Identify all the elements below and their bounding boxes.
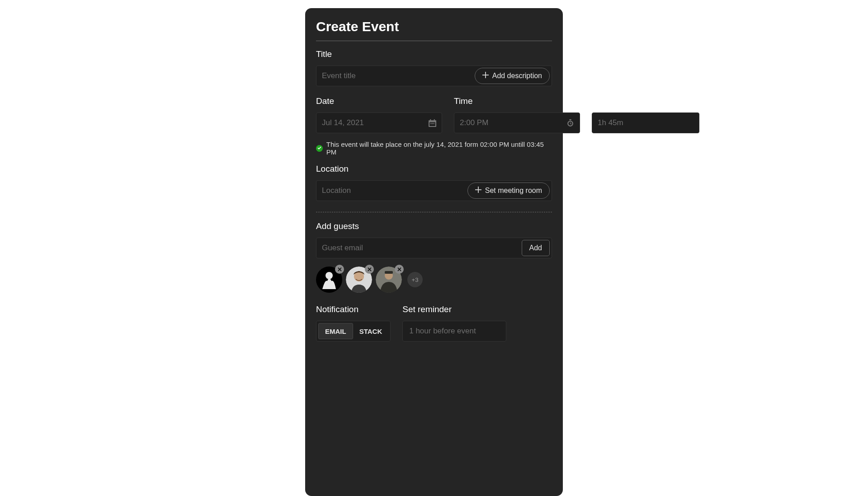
schedule-info: This event will take place on the july 1…	[316, 140, 552, 156]
reminder-select[interactable]: 1 hour before event	[402, 321, 506, 342]
guests-input-group: Add	[316, 238, 552, 258]
guest-avatar: ✕	[316, 267, 342, 293]
more-guests-badge[interactable]: +3	[407, 272, 423, 287]
svg-rect-6	[385, 271, 393, 274]
divider	[316, 41, 552, 41]
set-meeting-room-label: Set meeting room	[485, 187, 542, 195]
schedule-info-text: This event will take place on the july 1…	[326, 140, 552, 156]
guests-label: Add guests	[316, 221, 552, 231]
title-input-group: Add description	[316, 66, 552, 86]
location-input[interactable]	[316, 181, 466, 201]
reminder-label: Set reminder	[402, 304, 506, 314]
more-guests-count: +3	[412, 276, 419, 283]
date-input-group	[316, 112, 442, 133]
duration-input[interactable]	[592, 113, 699, 133]
title-label: Title	[316, 49, 552, 59]
notification-stack-option[interactable]: STACK	[353, 323, 389, 339]
guest-avatar: ✕	[346, 267, 372, 293]
divider-dashed	[316, 212, 552, 212]
set-meeting-room-button[interactable]: Set meeting room	[467, 182, 550, 199]
plus-icon	[475, 187, 481, 195]
plus-icon	[482, 72, 489, 80]
remove-guest-button[interactable]: ✕	[335, 265, 344, 274]
page-title: Create Event	[316, 19, 552, 34]
add-guest-button[interactable]: Add	[522, 240, 550, 256]
duration-input-group	[592, 112, 699, 133]
guest-avatars: ✕ ✕ ✕ +3	[316, 267, 552, 293]
remove-guest-button[interactable]: ✕	[365, 265, 374, 274]
guest-avatar: ✕	[376, 267, 402, 293]
remove-guest-button[interactable]: ✕	[395, 265, 404, 274]
check-circle-icon	[316, 145, 323, 152]
time-input[interactable]	[454, 113, 561, 133]
notification-label: Notification	[316, 304, 391, 314]
date-input[interactable]	[316, 113, 423, 133]
calendar-icon	[423, 113, 442, 133]
location-input-group: Set meeting room	[316, 180, 552, 201]
location-label: Location	[316, 164, 552, 174]
stopwatch-icon	[561, 113, 580, 133]
guest-email-input[interactable]	[316, 238, 520, 258]
reminder-value: 1 hour before event	[409, 327, 476, 336]
svg-point-1	[326, 272, 333, 279]
create-event-card: Create Event Title Add description Date …	[305, 8, 563, 496]
time-input-group	[454, 112, 580, 133]
add-guest-label: Add	[529, 244, 542, 252]
duration-label: Duration	[592, 96, 699, 106]
add-description-label: Add description	[492, 72, 542, 80]
notification-email-option[interactable]: EMAIL	[318, 323, 353, 339]
time-label: Time	[454, 96, 580, 106]
notification-toggle: EMAIL STACK	[316, 321, 391, 342]
title-input[interactable]	[316, 66, 473, 86]
date-label: Date	[316, 96, 442, 106]
add-description-button[interactable]: Add description	[475, 68, 550, 84]
